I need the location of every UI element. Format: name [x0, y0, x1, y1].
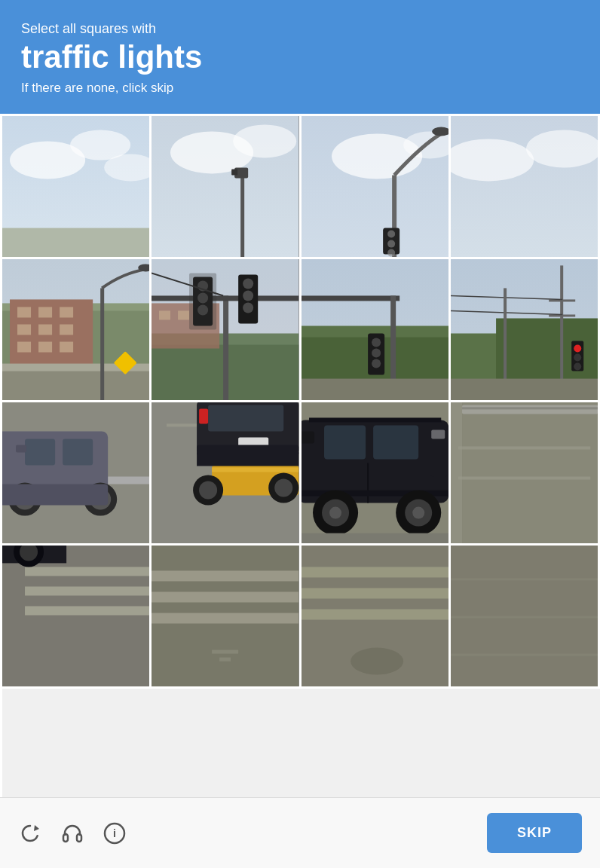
- svg-rect-150: [219, 658, 231, 662]
- svg-rect-35: [60, 342, 73, 353]
- svg-rect-153: [302, 567, 448, 578]
- svg-point-82: [574, 363, 581, 371]
- grid-cell-r1c3[interactable]: [451, 259, 600, 402]
- svg-rect-119: [302, 432, 314, 444]
- svg-rect-45: [159, 311, 170, 320]
- grid-cell-r3c0[interactable]: [2, 546, 152, 689]
- svg-rect-155: [302, 610, 448, 620]
- grid-cell-r1c1[interactable]: [152, 259, 301, 402]
- info-icon: i: [103, 821, 127, 845]
- svg-rect-128: [302, 533, 448, 543]
- svg-rect-30: [17, 325, 31, 335]
- svg-rect-116: [309, 418, 441, 423]
- grid-cell-r0c0[interactable]: [2, 116, 152, 259]
- svg-rect-32: [60, 325, 73, 335]
- captcha-footer: i SKIP: [0, 797, 600, 868]
- svg-rect-154: [302, 588, 448, 599]
- svg-rect-38: [100, 289, 104, 401]
- grid-cell-r2c1[interactable]: [152, 402, 301, 546]
- captcha-header: Select all squares with traffic lights I…: [0, 0, 600, 114]
- headphones-icon: [60, 821, 84, 845]
- svg-point-58: [243, 303, 253, 313]
- svg-rect-146: [152, 571, 298, 582]
- svg-point-124: [329, 507, 341, 519]
- svg-rect-137: [2, 546, 149, 686]
- svg-point-81: [574, 354, 581, 362]
- svg-rect-4: [2, 228, 149, 257]
- svg-text:i: i: [113, 827, 116, 839]
- svg-rect-159: [451, 579, 598, 581]
- svg-point-19: [387, 249, 395, 257]
- svg-point-67: [372, 349, 381, 358]
- grid-cell-r1c2[interactable]: [302, 259, 451, 402]
- svg-rect-161: [451, 654, 598, 656]
- svg-rect-48: [223, 296, 228, 401]
- svg-rect-89: [63, 439, 93, 466]
- svg-point-57: [243, 291, 253, 301]
- svg-rect-49: [152, 296, 298, 301]
- svg-rect-99: [212, 468, 298, 472]
- reload-button[interactable]: [18, 821, 42, 845]
- svg-rect-139: [25, 587, 149, 596]
- svg-point-68: [372, 359, 381, 368]
- header-subtitle: Select all squares with: [21, 21, 579, 37]
- svg-rect-160: [451, 616, 598, 619]
- svg-rect-148: [152, 613, 298, 624]
- grid-cell-r3c1[interactable]: [152, 546, 301, 689]
- header-hint: If there are none, click skip: [21, 81, 579, 96]
- svg-rect-88: [25, 439, 55, 466]
- svg-point-17: [387, 231, 395, 238]
- svg-point-80: [574, 345, 581, 353]
- svg-marker-162: [34, 825, 39, 831]
- footer-icons-group: i: [18, 821, 127, 845]
- svg-rect-132: [458, 477, 590, 480]
- svg-rect-133: [451, 402, 462, 543]
- grid-cell-r2c3[interactable]: [451, 402, 600, 546]
- svg-point-110: [199, 481, 217, 500]
- svg-rect-10: [231, 170, 237, 176]
- svg-point-18: [387, 240, 395, 248]
- svg-rect-131: [458, 447, 590, 450]
- svg-rect-115: [373, 426, 418, 460]
- svg-rect-149: [212, 650, 238, 654]
- svg-rect-63: [302, 296, 399, 301]
- grid-cell-r2c2[interactable]: [302, 402, 451, 546]
- svg-rect-114: [324, 426, 366, 460]
- svg-point-66: [372, 338, 381, 347]
- svg-rect-102: [208, 405, 283, 432]
- svg-rect-83: [451, 379, 598, 400]
- svg-rect-147: [152, 592, 298, 603]
- svg-rect-33: [17, 342, 31, 353]
- image-grid: [0, 114, 600, 797]
- svg-rect-135: [462, 408, 598, 410]
- svg-rect-140: [25, 607, 149, 616]
- grid-cell-r0c2[interactable]: [302, 116, 451, 259]
- svg-rect-138: [25, 567, 149, 576]
- svg-point-56: [243, 279, 253, 289]
- grid-cell-r2c0[interactable]: [2, 402, 152, 546]
- header-title: traffic lights: [21, 40, 579, 75]
- svg-rect-8: [240, 176, 244, 258]
- audio-button[interactable]: [60, 821, 84, 845]
- info-button[interactable]: i: [103, 821, 127, 845]
- svg-point-127: [412, 507, 424, 519]
- svg-rect-69: [302, 379, 448, 400]
- svg-rect-103: [199, 409, 208, 424]
- svg-rect-94: [2, 484, 108, 506]
- grid-cell-r3c2[interactable]: [302, 546, 451, 689]
- svg-rect-134: [462, 405, 598, 414]
- grid-cell-r0c3[interactable]: [451, 116, 600, 259]
- svg-rect-106: [197, 453, 298, 466]
- skip-button[interactable]: SKIP: [487, 813, 582, 853]
- svg-rect-95: [16, 445, 26, 453]
- grid-cell-r1c0[interactable]: [2, 259, 152, 402]
- svg-point-108: [274, 479, 292, 497]
- grid-cell-r0c1[interactable]: [152, 116, 301, 259]
- svg-rect-121: [431, 430, 445, 439]
- svg-rect-29: [60, 307, 73, 318]
- svg-point-156: [351, 648, 403, 675]
- svg-rect-36: [2, 370, 149, 400]
- svg-rect-31: [38, 325, 52, 335]
- grid-cell-r3c3[interactable]: [451, 546, 600, 689]
- svg-rect-28: [38, 307, 52, 318]
